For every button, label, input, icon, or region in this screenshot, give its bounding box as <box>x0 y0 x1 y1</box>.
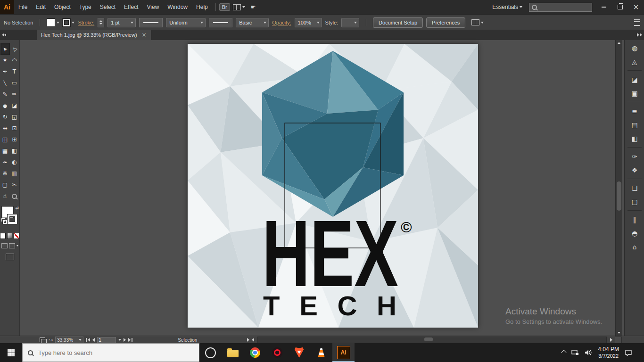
menu-select[interactable]: Select <box>96 0 120 14</box>
appearance-panel-icon[interactable]: ◪ <box>628 74 641 84</box>
status-flyout-icon[interactable] <box>247 338 249 342</box>
column-graph-tool[interactable]: ▥ <box>10 168 19 179</box>
gradient-button[interactable] <box>7 233 13 239</box>
pathfinder-panel-icon[interactable]: ◓ <box>628 228 641 238</box>
volume-icon[interactable] <box>585 349 592 356</box>
mesh-tool[interactable]: ▦ <box>0 145 10 156</box>
gradient-tool[interactable]: ◧ <box>10 145 19 156</box>
scroll-up-icon[interactable] <box>618 42 620 44</box>
draw-normal-button[interactable] <box>1 243 8 248</box>
menu-view[interactable]: View <box>143 0 164 14</box>
taskbar-search-input[interactable] <box>37 349 194 357</box>
zoom-level-dropdown[interactable]: 33.33% <box>55 337 83 344</box>
shape-builder-tool[interactable]: ◫ <box>0 134 10 145</box>
zoom-tool[interactable] <box>10 190 19 202</box>
window-options-button[interactable] <box>471 19 484 25</box>
taskbar-clock[interactable]: 4:04 PM 3/7/2022 <box>598 346 619 360</box>
cortana-button[interactable] <box>199 343 222 362</box>
vlc-button[interactable] <box>310 343 332 362</box>
eraser-tool[interactable]: ◪ <box>10 100 19 111</box>
bridge-button[interactable]: Br <box>219 3 230 11</box>
horizontal-scrollbar[interactable] <box>257 337 607 343</box>
illustrator-taskbar-button[interactable]: Ai <box>332 343 355 362</box>
opacity-panel-link[interactable]: Opacity: <box>272 20 291 25</box>
app-search-input[interactable] <box>539 4 589 10</box>
stroke-color-button[interactable] <box>8 214 17 224</box>
direct-selection-tool[interactable]: ▷ <box>10 43 19 55</box>
menu-object[interactable]: Object <box>50 0 75 14</box>
brushes-panel-icon[interactable]: ✑ <box>628 151 641 161</box>
menu-help[interactable]: Help <box>192 0 212 14</box>
symbols-panel-icon[interactable]: ❖ <box>628 165 641 175</box>
next-artboard-button[interactable] <box>124 338 126 342</box>
last-artboard-button[interactable] <box>128 338 132 342</box>
brush-dropdown[interactable]: Basic <box>236 18 269 27</box>
double-chevron-right-icon[interactable] <box>637 30 644 40</box>
pages-icon[interactable] <box>40 337 45 342</box>
layers-panel-icon[interactable]: ❏ <box>628 183 641 193</box>
eyedropper-tool[interactable]: ✒ <box>0 156 10 168</box>
copyright-symbol[interactable]: © <box>401 219 412 236</box>
symbol-sprayer-tool[interactable]: ※ <box>0 168 10 179</box>
libraries-panel-icon[interactable]: ⌂ <box>628 242 641 252</box>
width-profile-dropdown[interactable]: Uniform <box>166 18 206 27</box>
stroke-weight-stepper[interactable] <box>98 18 104 27</box>
blob-brush-tool[interactable]: ● <box>0 100 10 111</box>
scroll-left-icon[interactable] <box>252 338 254 342</box>
color-button[interactable] <box>0 233 6 239</box>
hand-tool[interactable]: ☝ <box>0 190 10 202</box>
preferences-button[interactable]: Preferences <box>426 17 465 28</box>
file-explorer-button[interactable] <box>222 343 244 362</box>
brave-button[interactable] <box>288 343 310 362</box>
transparency-panel-icon[interactable]: ◧ <box>628 133 641 143</box>
stroke-panel-link[interactable]: Stroke: <box>78 20 94 25</box>
app-search-box[interactable] <box>529 3 592 12</box>
minimize-button[interactable] <box>596 0 612 14</box>
artboard-number-input[interactable] <box>97 337 116 343</box>
tray-chevron-icon[interactable] <box>561 350 567 355</box>
control-panel-flyout-icon[interactable] <box>634 19 640 26</box>
swap-fill-stroke-icon[interactable]: ⇄ <box>15 206 19 210</box>
screen-mode-button[interactable] <box>6 254 14 260</box>
line-segment-tool[interactable]: ╲ <box>0 77 10 89</box>
artboard-tool[interactable]: ▢ <box>0 179 10 190</box>
vertical-scroll-thumb[interactable] <box>617 181 621 211</box>
stroke-color-dropdown[interactable] <box>63 19 74 26</box>
scroll-right-icon[interactable] <box>610 338 612 342</box>
artboard-canvas[interactable]: HEX © TECH <box>188 44 478 328</box>
stroke-weight-dropdown[interactable]: 1 pt <box>107 18 136 27</box>
network-icon[interactable] <box>571 349 579 356</box>
pen-tool[interactable]: ✒ <box>0 66 10 77</box>
action-center-icon[interactable] <box>625 349 632 356</box>
menu-window[interactable]: Window <box>163 0 192 14</box>
lasso-tool[interactable]: ◠ <box>10 55 19 66</box>
none-button[interactable] <box>14 233 19 239</box>
close-button[interactable]: × <box>628 0 644 14</box>
opacity-dropdown[interactable]: 100% <box>295 18 322 27</box>
graphic-styles-panel-icon[interactable]: ▣ <box>628 88 641 98</box>
type-tool[interactable]: T <box>10 66 19 77</box>
taskbar-search-box[interactable] <box>22 343 199 362</box>
menu-type[interactable]: Type <box>75 0 96 14</box>
vertical-scrollbar[interactable] <box>615 40 622 336</box>
cs-live-icon[interactable]: ☛ <box>251 4 256 10</box>
perspective-grid-tool[interactable]: ⊞ <box>10 134 19 145</box>
double-chevron-left-icon[interactable] <box>0 30 8 40</box>
arrange-documents-button[interactable] <box>233 4 245 10</box>
style-dropdown[interactable] <box>341 18 359 27</box>
artboard-dropdown-icon[interactable] <box>118 339 121 341</box>
fill-color-dropdown[interactable] <box>47 18 59 27</box>
color-panel-icon[interactable]: ◍ <box>628 43 641 53</box>
document-tab[interactable]: Hex Tech 1.jpg @ 33.33% (RGB/Preview) × <box>37 30 151 40</box>
menu-file[interactable]: File <box>14 0 32 14</box>
magic-wand-tool[interactable]: ✶ <box>0 55 10 66</box>
opera-button[interactable] <box>266 343 288 362</box>
blend-tool[interactable]: ◐ <box>10 156 19 168</box>
share-icon[interactable]: ↪ <box>49 337 53 343</box>
menu-edit[interactable]: Edit <box>32 0 50 14</box>
chrome-button[interactable] <box>244 343 266 362</box>
color-guide-panel-icon[interactable]: ◬ <box>628 57 641 66</box>
draw-behind-button[interactable] <box>9 243 15 248</box>
slice-tool[interactable]: ✂ <box>10 179 19 190</box>
tab-close-icon[interactable]: × <box>142 32 147 38</box>
